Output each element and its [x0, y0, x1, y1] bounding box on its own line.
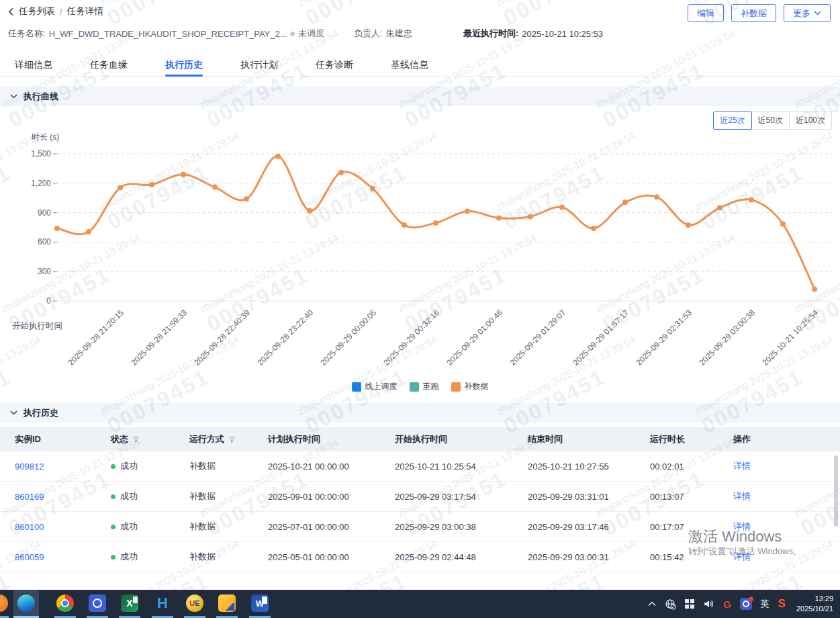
owner-value: 朱建忠: [386, 28, 412, 40]
detail-link[interactable]: 详情: [733, 461, 751, 471]
g-app-tray-icon[interactable]: G: [723, 599, 731, 610]
ultraedit-icon[interactable]: UE: [186, 594, 203, 612]
svg-text:2025-09-29 01:29:07: 2025-09-29 01:29:07: [508, 308, 567, 367]
instance-id-link[interactable]: 860100: [15, 522, 44, 532]
end-time: 2025-09-29 03:00:31: [513, 552, 635, 562]
task-info-row: 任务名称: H_WF_DWD_TRADE_HKAUDIT_SHOP_RECEIP…: [0, 28, 840, 41]
run-mode: 补数据: [175, 521, 253, 533]
legend-label: 线上调度: [365, 381, 398, 392]
table-row-0: 909812成功补数据2025-10-21 00:00:002025-10-21…: [0, 451, 840, 482]
back-icon[interactable]: [8, 7, 14, 16]
start-time: 2025-10-21 10:25:54: [380, 461, 513, 472]
svg-text:2025-09-28 21:59:33: 2025-09-28 21:59:33: [129, 308, 189, 367]
filter-icon[interactable]: [228, 436, 236, 443]
h-app-icon[interactable]: H: [154, 594, 171, 612]
svg-text:1,200: 1,200: [31, 179, 51, 188]
legend-item-1[interactable]: 重跑: [410, 381, 439, 392]
edge-icon[interactable]: [17, 594, 35, 612]
watermark-tile: zhujianzhong 2025-10-21 13:29:5400079451: [296, 0, 451, 30]
curve-section-header[interactable]: 执行曲线: [0, 87, 840, 106]
tab-3[interactable]: 执行计划: [240, 54, 278, 76]
svg-text:2025-09-29 02:31:53: 2025-09-29 02:31:53: [634, 308, 694, 367]
breadcrumb: 任务列表 / 任务详情: [8, 5, 103, 17]
tab-2[interactable]: 执行历史: [165, 54, 203, 76]
scrollbar-thumb[interactable]: [834, 455, 838, 527]
tab-0[interactable]: 详细信息: [15, 54, 52, 76]
column-header-4: 开始执行时间: [380, 433, 513, 445]
range-button-2[interactable]: 近100次: [789, 112, 832, 130]
instance-id-link[interactable]: 860169: [15, 492, 44, 502]
watermark-tile: zhujianzhong 2025-10-21 13:29:5400079451: [98, 130, 252, 235]
last-exec-label: 最近执行时间:: [463, 28, 518, 40]
end-time: 2025-09-29 03:17:46: [513, 522, 635, 532]
more-button[interactable]: 更多: [784, 4, 831, 22]
table-header: 实例ID状态运行方式计划执行时间开始执行时间结束时间运行时长操作: [0, 427, 840, 451]
watermark-tile: zhujianzhong 2025-10-21 13:29:5400079451: [197, 28, 352, 133]
clock-date: 2025/10/21: [796, 604, 833, 614]
word-icon[interactable]: W: [251, 594, 269, 612]
foxit-icon[interactable]: [218, 594, 236, 612]
legend-item-2[interactable]: 补数据: [451, 381, 489, 392]
filter-icon[interactable]: [132, 436, 140, 443]
task-detail-page: 任务列表 / 任务详情 编辑 补数据 更多 任务名称: H_WF_DWD_TRA…: [0, 0, 840, 590]
curve-section-title: 执行曲线: [24, 91, 58, 103]
edit-button[interactable]: 编辑: [688, 4, 724, 22]
chart-legend: 线上调度重跑补数据: [0, 381, 840, 392]
legend-label: 补数据: [465, 381, 489, 392]
end-time: 2025-09-29 03:31:01: [513, 492, 635, 502]
legend-item-0[interactable]: 线上调度: [352, 381, 398, 392]
status-text: 成功: [120, 551, 138, 563]
run-mode: 补数据: [175, 490, 253, 502]
breadcrumb-task-list[interactable]: 任务列表: [19, 5, 55, 17]
tab-5[interactable]: 基线信息: [391, 54, 428, 76]
tray-expand-icon[interactable]: [648, 601, 656, 607]
watermark-tile: zhujianzhong 2025-10-21 13:29:5400079451: [792, 232, 840, 337]
chevron-down-icon: [814, 11, 821, 15]
run-mode: 补数据: [175, 460, 253, 472]
svg-text:2025-09-29 00:32:16: 2025-09-29 00:32:16: [381, 308, 441, 367]
volume-icon[interactable]: [703, 599, 714, 609]
success-dot: [111, 555, 115, 560]
watermark-tile: zhujianzhong 2025-10-21 13:29:5400079451: [0, 28, 154, 133]
excel-icon[interactable]: X: [121, 594, 138, 612]
column-header-0: 实例ID: [0, 433, 96, 445]
planned-time: 2025-05-01 00:00:00: [253, 552, 380, 562]
chrome-icon[interactable]: [56, 594, 74, 612]
range-button-0[interactable]: 近25次: [713, 112, 751, 130]
screen: 任务列表 / 任务详情 编辑 补数据 更多 任务名称: H_WF_DWD_TRA…: [0, 0, 840, 618]
svg-text:0: 0: [46, 296, 51, 306]
run-duration: 00:13:07: [635, 492, 718, 502]
history-section-header[interactable]: 执行历史: [0, 403, 840, 423]
detail-link[interactable]: 详情: [733, 491, 751, 501]
range-button-1[interactable]: 近50次: [751, 112, 790, 130]
input-method-indicator[interactable]: 英: [761, 598, 769, 610]
windows-grid-icon[interactable]: [685, 599, 694, 609]
backfill-button[interactable]: 补数据: [731, 4, 776, 22]
tab-1[interactable]: 任务血缘: [90, 54, 128, 76]
recorder-tray-icon[interactable]: [740, 598, 752, 610]
watermark-tile: zhujianzhong 2025-10-21 13:29:5400079451: [692, 130, 840, 235]
network-globe-icon[interactable]: [665, 599, 676, 610]
column-header-1: 状态: [96, 433, 175, 445]
legend-label: 重跑: [423, 381, 439, 392]
status-dot: [290, 32, 295, 36]
instance-id-link[interactable]: 860059: [15, 552, 44, 562]
instance-id-link[interactable]: 909812: [15, 461, 44, 472]
run-mode: 补数据: [175, 551, 253, 563]
sogou-tray-icon[interactable]: S: [778, 597, 786, 611]
svg-text:2025-10-21 10:25:54: 2025-10-21 10:25:54: [760, 308, 820, 367]
svg-text:300: 300: [38, 267, 51, 276]
success-dot: [111, 464, 115, 469]
partial-app-icon[interactable]: [0, 594, 8, 612]
tab-4[interactable]: 任务诊断: [316, 54, 353, 76]
success-dot: [111, 525, 115, 529]
start-time: 2025-09-29 03:00:38: [380, 522, 513, 532]
taskbar-clock[interactable]: 13:29 2025/10/21: [796, 594, 833, 614]
watermark-tile: zhujianzhong 2025-10-21 13:29:5400079451: [395, 232, 550, 337]
collapse-caret-icon: [10, 94, 17, 99]
column-header-3: 计划执行时间: [253, 433, 380, 445]
owner-label: 负责人:: [354, 28, 383, 40]
clock-time: 13:29: [796, 594, 833, 604]
dingtalk-icon[interactable]: [89, 594, 106, 612]
collapse-caret-icon: [10, 410, 17, 415]
